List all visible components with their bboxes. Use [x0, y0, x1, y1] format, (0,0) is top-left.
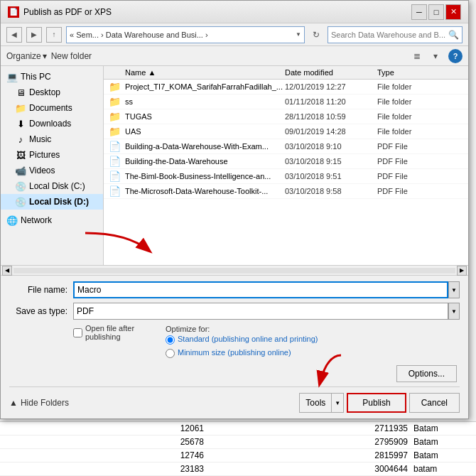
bg-cell: 25678 — [6, 437, 210, 447]
sidebar-item-pictures[interactable]: 🖼 Pictures — [1, 147, 103, 163]
dialog-title: Publish as PDF or XPS — [23, 7, 112, 17]
file-name: The-Biml-Book-Business-Intelligence-an..… — [125, 172, 285, 180]
sidebar-label-documents: Documents — [29, 103, 72, 113]
sidebar-item-videos[interactable]: 📹 Videos — [1, 163, 103, 178]
organize-toolbar: Organize ▾ New folder ≣ ▾ ? — [1, 46, 468, 66]
cancel-button[interactable]: Cancel — [409, 393, 460, 413]
horizontal-scrollbar[interactable]: ◀ ▶ — [1, 265, 468, 275]
savetype-dropdown-button[interactable]: ▼ — [448, 303, 460, 320]
file-type: File folder — [377, 97, 468, 106]
open-after-label[interactable]: Open file afterpublishing — [73, 324, 151, 341]
sidebar-item-music[interactable]: ♪ Music — [1, 131, 103, 147]
up-button[interactable]: ↑ — [46, 27, 62, 43]
filename-dropdown-button[interactable]: ▼ — [448, 281, 460, 298]
file-row[interactable]: 📁 UAS 09/01/2019 14:28 File folder — [104, 124, 468, 139]
file-row[interactable]: 📄 Building-the-Data-Warehouse 03/10/2018… — [104, 154, 468, 169]
sidebar: 💻 This PC 🖥 Desktop 📁 Documents ⬇ Downlo… — [1, 66, 104, 265]
bg-cell: 23183 — [6, 464, 210, 474]
bg-cell: 3004644 — [210, 464, 413, 474]
close-button[interactable]: ✕ — [445, 4, 461, 20]
sidebar-label-local-disk-d: Local Disk (D:) — [29, 197, 89, 207]
search-input[interactable] — [331, 31, 448, 39]
column-date-header[interactable]: Date modified — [285, 68, 377, 77]
radio-standard-text: Standard (publishing online and printing… — [178, 334, 318, 344]
checkbox-area: Open file afterpublishing — [9, 324, 151, 341]
sidebar-item-local-disk-c[interactable]: 💿 Local Disk (C:) — [1, 178, 103, 194]
file-list: Name ▲ Date modified Type 📁 Project_TI7_… — [104, 66, 468, 265]
file-type: File folder — [377, 112, 468, 121]
file-row[interactable]: 📁 Project_TI7_KOMA_SarifahFarrahFadillah… — [104, 80, 468, 94]
radio-standard-input[interactable] — [166, 335, 175, 345]
sidebar-item-documents[interactable]: 📁 Documents — [1, 100, 103, 116]
file-list-header: Name ▲ Date modified Type — [104, 66, 468, 80]
organize-button[interactable]: Organize ▾ — [6, 51, 47, 61]
filename-input[interactable] — [73, 281, 448, 298]
sidebar-item-desktop[interactable]: 🖥 Desktop — [1, 85, 103, 100]
sidebar-item-network[interactable]: 🌐 Network — [1, 212, 103, 228]
file-name: ss — [125, 97, 285, 106]
file-date: 28/11/2018 10:59 — [285, 112, 377, 121]
sidebar-label-pictures: Pictures — [29, 150, 60, 160]
disk-c-icon: 💿 — [15, 180, 26, 192]
address-bar[interactable]: « Sem... › Data Warehouse and Busi... › … — [66, 26, 305, 43]
file-name: Building-the-Data-Warehouse — [125, 157, 285, 166]
options-button-row: Options... — [9, 365, 460, 382]
sidebar-label-videos: Videos — [29, 166, 55, 175]
sidebar-item-this-pc[interactable]: 💻 This PC — [1, 69, 103, 85]
back-button[interactable]: ◀ — [6, 27, 22, 43]
search-bar[interactable]: 🔍 — [328, 26, 463, 43]
savetype-select[interactable]: PDF — [73, 303, 448, 320]
bg-row: 25678 2795909 Batam — [0, 436, 476, 449]
folder-icon: 📁 — [104, 96, 125, 107]
file-row[interactable]: 📄 The-Microsoft-Data-Warehouse-Toolkit-.… — [104, 184, 468, 199]
scroll-left-button[interactable]: ◀ — [2, 266, 12, 276]
scroll-track[interactable] — [13, 268, 455, 274]
sidebar-item-local-disk-d[interactable]: 💿 Local Disk (D:) — [1, 194, 103, 210]
filename-row: File name: ▼ — [9, 281, 460, 298]
file-row[interactable]: 📁 TUGAS 28/11/2018 10:59 File folder — [104, 109, 468, 124]
file-date: 01/11/2018 11:20 — [285, 97, 377, 106]
new-folder-button[interactable]: New folder — [51, 51, 92, 61]
computer-icon: 💻 — [6, 71, 18, 82]
column-type-header[interactable]: Type — [377, 68, 468, 77]
sidebar-label-network: Network — [21, 215, 52, 225]
title-bar: 📄 Publish as PDF or XPS ─ □ ✕ — [1, 1, 468, 23]
file-type: File folder — [377, 82, 468, 91]
savetype-row: Save as type: PDF ▼ — [9, 303, 460, 320]
sort-arrow-icon: ▲ — [148, 68, 156, 77]
bg-cell: 12061 — [6, 423, 210, 433]
maximize-button[interactable]: □ — [428, 4, 444, 20]
address-text: « Sem... › Data Warehouse and Busi... › — [70, 31, 208, 39]
file-row[interactable]: 📄 Building-a-Data-Warehouse-With-Exam...… — [104, 139, 468, 154]
savetype-label: Save as type: — [9, 306, 73, 316]
forward-button[interactable]: ▶ — [26, 27, 42, 43]
view-dropdown-button[interactable]: ▾ — [427, 49, 444, 63]
file-name: TUGAS — [125, 112, 285, 121]
minimize-button[interactable]: ─ — [411, 4, 427, 20]
view-list-button[interactable]: ≣ — [409, 49, 426, 63]
tools-button[interactable]: Tools ▼ — [299, 393, 344, 413]
file-row[interactable]: 📄 The-Biml-Book-Business-Intelligence-an… — [104, 169, 468, 184]
folder-icon: 📁 — [104, 81, 125, 92]
pdf-icon: 📄 — [104, 156, 125, 167]
file-name: Project_TI7_KOMA_SarifahFarrahFadillah_.… — [125, 82, 285, 91]
organize-dropdown-icon: ▾ — [43, 51, 47, 61]
scroll-right-button[interactable]: ▶ — [457, 266, 467, 276]
file-date: 03/10/2018 9:15 — [285, 157, 377, 166]
file-type: PDF File — [377, 172, 468, 180]
sidebar-item-downloads[interactable]: ⬇ Downloads — [1, 116, 103, 131]
refresh-button[interactable]: ↻ — [309, 26, 323, 43]
open-after-checkbox[interactable] — [73, 328, 82, 337]
hide-folders-button[interactable]: ▲ Hide Folders — [9, 398, 69, 408]
help-button[interactable]: ? — [448, 49, 463, 63]
publish-button[interactable]: Publish — [347, 393, 406, 413]
radio-minimum-input[interactable] — [166, 349, 175, 358]
radio-standard[interactable]: Standard (publishing online and printing… — [166, 334, 460, 345]
options-button[interactable]: Options... — [396, 365, 457, 382]
options-area: Open file afterpublishing Optimize for: … — [9, 324, 460, 361]
radio-minimum[interactable]: Minimum size (publishing online) — [166, 347, 460, 358]
column-name-header[interactable]: Name ▲ — [104, 68, 285, 77]
background-table: 12061 2711935 Batam 25678 2795909 Batam … — [0, 421, 476, 476]
file-row[interactable]: 📁 ss 01/11/2018 11:20 File folder — [104, 94, 468, 109]
pdf-icon: 📄 — [104, 185, 125, 197]
